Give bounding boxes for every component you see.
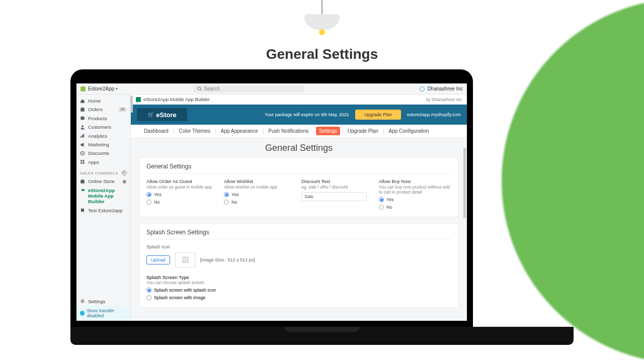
- upload-button[interactable]: Upload: [146, 255, 170, 264]
- sidebar-item-discounts[interactable]: %Discounts: [76, 149, 130, 157]
- splash-type-image-radio[interactable]: Splash screen with image: [146, 295, 451, 300]
- app-titlebar: eStore2App Mobile App Builder by Dhanash…: [131, 95, 467, 105]
- svg-rect-12: [83, 162, 85, 164]
- search-input[interactable]: Search: [193, 85, 304, 93]
- marketing-icon: [80, 142, 85, 147]
- discounts-icon: %: [80, 151, 85, 156]
- wishlist-yes-radio[interactable]: Yes: [224, 192, 296, 197]
- splash-icon-label: Splash Icon: [146, 244, 451, 249]
- radio-unchecked-icon: [379, 205, 384, 210]
- app-title: eStore2App Mobile App Builder: [143, 97, 210, 102]
- general-settings-title: General Settings: [146, 163, 451, 173]
- caret-down-icon: ▾: [116, 86, 118, 91]
- estore-logo: 🛒eStore: [137, 108, 187, 121]
- tab-push-notifications[interactable]: Push Notifications: [265, 127, 311, 135]
- radio-checked-icon: [224, 192, 229, 197]
- search-placeholder: Search: [204, 86, 220, 92]
- svg-text:%: %: [82, 152, 84, 155]
- svg-rect-10: [83, 160, 85, 162]
- radio-checked-icon: [379, 197, 384, 202]
- splash-type-label: Splash Screen Type: [146, 275, 451, 280]
- expire-message: Your package will expire on 9th May, 202…: [265, 112, 349, 117]
- sidebar-item-online-store[interactable]: Online Store◉: [76, 177, 130, 186]
- wishlist-no-radio[interactable]: No: [224, 200, 296, 205]
- tenant-menu[interactable]: Dhanashree Inc: [420, 86, 463, 92]
- image-placeholder-icon: 🖼: [175, 252, 195, 267]
- analytics-icon: [80, 133, 85, 138]
- tab-upgrade-plan[interactable]: Upgrade Plan: [345, 127, 381, 135]
- apps-icon: [80, 159, 85, 164]
- buynow-yes-radio[interactable]: Yes: [379, 197, 451, 202]
- info-icon: [80, 311, 85, 316]
- tenant-avatar-icon: [420, 86, 425, 92]
- sidebar-heading-channels: SALES CHANNELS⊕: [76, 166, 130, 177]
- shopify-logo-icon: [80, 86, 86, 92]
- svg-rect-4: [80, 136, 82, 138]
- svg-rect-13: [81, 209, 84, 212]
- splash-settings-panel: Splash Screen Settings Splash Icon Uploa…: [139, 223, 459, 308]
- tenant-name: Dhanashree Inc: [427, 86, 463, 92]
- laptop-mockup: Estore2App ▾ Search Dhanashree Inc Home: [70, 69, 574, 345]
- image-size-hint: [Image Size : 512 x 512 px]: [200, 257, 255, 262]
- sidebar-scrollbar[interactable]: [130, 96, 133, 113]
- buynow-no-radio[interactable]: No: [379, 205, 451, 210]
- upgrade-plan-button[interactable]: Upgrade Plan: [355, 110, 401, 120]
- app-logo-icon: [136, 97, 141, 102]
- products-icon: [80, 116, 85, 121]
- sidebar-item-test[interactable]: Test Estore2app: [76, 206, 130, 215]
- shop-domain: estore2app.myshopify.com: [407, 112, 461, 117]
- tab-color-themes[interactable]: Color Themes: [176, 127, 214, 135]
- orders-badge: 35: [118, 107, 127, 112]
- home-icon: [80, 99, 85, 104]
- svg-rect-2: [80, 108, 85, 112]
- tab-app-appearance[interactable]: App Appearance: [218, 127, 261, 135]
- search-icon: [197, 86, 202, 91]
- setting-discount-text: Discount Text eg. sale / offer / discoun…: [301, 178, 374, 210]
- svg-point-0: [198, 87, 201, 90]
- splash-settings-title: Splash Screen Settings: [146, 229, 451, 239]
- setting-wishlist: Allow Wishlist Allow wishlist on mobile …: [224, 178, 296, 210]
- discount-text-input[interactable]: [301, 192, 367, 201]
- sidebar-item-home[interactable]: Home: [76, 97, 130, 105]
- setting-guest: Allow Order As Guest Allow order as gues…: [146, 178, 219, 210]
- tab-app-configuration[interactable]: App Configuration: [386, 127, 432, 135]
- svg-rect-5: [82, 135, 83, 138]
- radio-unchecked-icon: [146, 200, 151, 205]
- guest-no-radio[interactable]: No: [146, 200, 219, 205]
- sidebar-item-marketing[interactable]: Marketing: [76, 140, 130, 149]
- shop-switcher[interactable]: Estore2App ▾: [80, 86, 118, 92]
- sidebar: Home Orders35 Products Customers Analyti…: [76, 95, 131, 321]
- cart-logo-icon: 🛒: [147, 112, 154, 118]
- radio-checked-icon: [146, 192, 151, 197]
- sidebar-item-customers[interactable]: Customers: [76, 123, 130, 131]
- sidebar-item-products[interactable]: Products: [76, 114, 130, 123]
- store-transfer-banner[interactable]: Store transfer disabled: [76, 306, 130, 321]
- eye-icon[interactable]: ◉: [122, 178, 127, 184]
- sidebar-item-orders[interactable]: Orders35: [76, 105, 130, 114]
- app-byline: by Dhanashree Inc: [426, 97, 462, 102]
- svg-rect-6: [83, 134, 84, 138]
- add-channel-button[interactable]: ⊕: [122, 170, 127, 175]
- tab-settings[interactable]: Settings: [316, 127, 340, 135]
- page-title: General Settings: [0, 46, 644, 62]
- sidebar-item-estore2app[interactable]: eStore2App Mobile App Builder: [76, 186, 130, 206]
- app-icon: [80, 208, 85, 213]
- sidebar-item-settings[interactable]: Settings: [76, 297, 130, 306]
- svg-rect-11: [80, 162, 82, 164]
- app-tabbar: Dashboard| Color Themes| App Appearance|…: [131, 125, 467, 138]
- svg-point-3: [82, 125, 84, 127]
- svg-rect-9: [80, 160, 82, 162]
- lamp-decoration: [304, 0, 340, 35]
- shopify-topbar: Estore2App ▾ Search Dhanashree Inc: [76, 83, 467, 95]
- content-scrollbar[interactable]: [463, 148, 466, 218]
- sidebar-item-apps[interactable]: Apps: [76, 158, 130, 166]
- splash-type-hint: You can choose splash screen: [146, 280, 451, 285]
- sidebar-item-analytics[interactable]: Analytics: [76, 132, 130, 140]
- shop-name-label: Estore2App: [88, 86, 114, 92]
- radio-unchecked-icon: [146, 295, 151, 300]
- tab-dashboard[interactable]: Dashboard: [141, 127, 172, 135]
- guest-yes-radio[interactable]: Yes: [146, 192, 219, 197]
- splash-type-icon-radio[interactable]: Splash screen with splash icon: [146, 288, 451, 293]
- svg-point-14: [82, 300, 84, 302]
- store-icon: [80, 179, 85, 184]
